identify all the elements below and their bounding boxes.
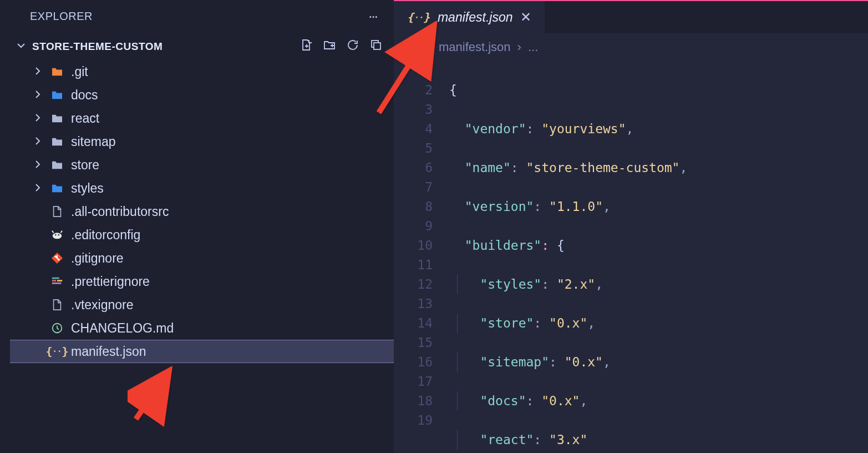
tree-item--editorconfig[interactable]: .editorconfig bbox=[10, 223, 394, 246]
git-icon bbox=[50, 252, 64, 264]
explorer-title: EXPLORER bbox=[30, 10, 93, 23]
explorer-sidebar: EXPLORER ··· STORE-THEME-CUSTOM .gitdocs… bbox=[0, 0, 394, 453]
chevron-right-icon bbox=[33, 158, 43, 172]
tree-item-label: .all-contributorsrc bbox=[71, 204, 169, 219]
tree-item-label: .vtexignore bbox=[71, 298, 134, 313]
svg-line-13 bbox=[379, 29, 432, 113]
file-tree: .gitdocsreactsitemapstorestyles.all-cont… bbox=[10, 60, 394, 453]
code-editor[interactable]: 12345678910111213141516171819 { "vendor"… bbox=[394, 61, 868, 453]
new-file-icon[interactable] bbox=[300, 38, 313, 54]
tab-label: manifest.json bbox=[438, 10, 513, 25]
tree-item--gitignore[interactable]: .gitignore bbox=[10, 246, 394, 270]
json-icon: ·· bbox=[50, 345, 64, 358]
folder-icon bbox=[50, 90, 64, 100]
project-header[interactable]: STORE-THEME-CUSTOM bbox=[10, 33, 394, 60]
tree-item-docs[interactable]: docs bbox=[10, 83, 394, 107]
tree-item--all-contributorsrc[interactable]: .all-contributorsrc bbox=[10, 200, 394, 223]
tree-item-react[interactable]: react bbox=[10, 107, 394, 130]
folder-icon bbox=[50, 137, 64, 147]
prettier-icon bbox=[50, 275, 64, 288]
tree-item-label: store bbox=[71, 158, 99, 173]
tree-item-label: .prettierignore bbox=[71, 274, 150, 289]
svg-rect-9 bbox=[57, 280, 62, 281]
chevron-right-icon bbox=[33, 134, 43, 149]
explorer-header: EXPLORER ··· bbox=[10, 0, 394, 33]
tree-item-label: manifest.json bbox=[71, 344, 146, 359]
chevron-right-icon bbox=[33, 181, 43, 195]
tree-item-manifest-json[interactable]: ··manifest.json bbox=[10, 340, 394, 363]
file-icon bbox=[50, 205, 64, 218]
breadcrumb[interactable]: ·· manifest.json › ... bbox=[394, 33, 868, 61]
chevron-down-icon bbox=[17, 41, 26, 53]
close-icon[interactable]: ✕ bbox=[520, 9, 531, 25]
svg-rect-8 bbox=[52, 280, 56, 281]
breadcrumb-file: manifest.json bbox=[439, 40, 511, 54]
chevron-right-icon: › bbox=[517, 40, 521, 54]
tree-item-store[interactable]: store bbox=[10, 153, 394, 177]
tree-item-label: .git bbox=[71, 64, 88, 79]
refresh-icon[interactable] bbox=[346, 38, 359, 54]
editorconfig-icon bbox=[50, 229, 64, 240]
tree-item--git[interactable]: .git bbox=[10, 60, 394, 83]
breadcrumb-more: ... bbox=[528, 40, 538, 54]
tree-item-label: docs bbox=[71, 88, 98, 103]
annotation-arrow bbox=[128, 366, 183, 430]
file-icon bbox=[50, 299, 64, 311]
tree-item-CHANGELOG-md[interactable]: CHANGELOG.md bbox=[10, 316, 394, 340]
svg-rect-7 bbox=[52, 278, 59, 279]
annotation-arrow bbox=[370, 21, 443, 123]
folder-icon bbox=[50, 183, 64, 193]
tree-item-label: react bbox=[71, 111, 99, 126]
folder-icon bbox=[50, 67, 64, 77]
chevron-right-icon bbox=[33, 88, 43, 102]
tab-bar: ·· manifest.json ✕ bbox=[394, 1, 868, 33]
folder-icon bbox=[50, 160, 64, 170]
tree-item--prettierignore[interactable]: .prettierignore bbox=[10, 270, 394, 293]
svg-rect-10 bbox=[52, 283, 62, 284]
folder-icon bbox=[50, 113, 64, 123]
svg-point-3 bbox=[55, 234, 57, 236]
tree-item-sitemap[interactable]: sitemap bbox=[10, 130, 394, 153]
tree-item-label: CHANGELOG.md bbox=[71, 321, 174, 336]
code-content[interactable]: { "vendor": "yourviews", "name": "store-… bbox=[449, 61, 868, 453]
tree-item-label: styles bbox=[71, 181, 104, 196]
tree-item-label: sitemap bbox=[71, 134, 116, 149]
tree-item-styles[interactable]: styles bbox=[10, 177, 394, 200]
project-name: STORE-THEME-CUSTOM bbox=[32, 41, 163, 53]
tree-item-label: .editorconfig bbox=[71, 228, 140, 243]
tree-item-label: .gitignore bbox=[71, 251, 124, 266]
changelog-icon bbox=[50, 322, 64, 334]
chevron-right-icon bbox=[33, 64, 43, 79]
chevron-right-icon bbox=[33, 111, 43, 125]
svg-line-15 bbox=[136, 375, 166, 419]
editor-area: ·· manifest.json ✕ ·· manifest.json › ..… bbox=[394, 0, 868, 453]
svg-point-2 bbox=[53, 233, 62, 239]
tree-item--vtexignore[interactable]: .vtexignore bbox=[10, 293, 394, 316]
svg-point-4 bbox=[58, 234, 59, 236]
new-folder-icon[interactable] bbox=[323, 38, 336, 54]
